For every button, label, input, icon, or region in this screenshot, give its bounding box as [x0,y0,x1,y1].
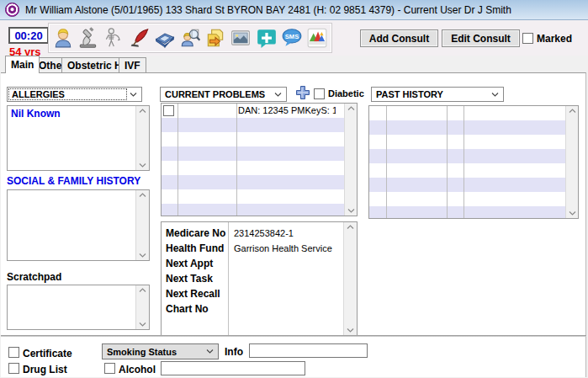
folder-transfer-icon[interactable] [204,25,227,51]
scratchpad-label: Scratchpad [7,271,61,283]
window-title: Mr William Alstone (5/01/1965) 133 Shard… [25,4,511,16]
marked-label: Marked [537,33,572,45]
titlebar: Mr William Alstone (5/01/1965) 133 Shard… [0,0,588,20]
allergy-item[interactable]: Nil Known [11,108,61,120]
scroll-up-icon[interactable] [347,225,354,229]
info-row: Chart No [162,301,343,317]
scratchpad-scrollbar[interactable] [135,285,149,329]
tab-main[interactable]: Main [5,56,40,73]
table-row [369,178,565,192]
person-icon[interactable] [51,25,75,51]
colored-logo-icon[interactable] [305,25,329,51]
past-history-table[interactable] [368,105,579,219]
chevron-down-icon [206,349,214,354]
column-divider [464,106,464,218]
table-row [162,132,344,146]
tab-ivf[interactable]: IVF [119,57,146,72]
social-history-scrollbar[interactable] [135,190,149,260]
alcohol-checkbox[interactable] [104,363,115,374]
microscope-icon[interactable] [77,25,100,51]
past-history-scrollbar[interactable] [565,106,578,218]
add-bubble-icon[interactable] [255,25,278,51]
drug-list-checkbox[interactable] [8,363,19,374]
alcohol-label: Alcohol [119,364,156,375]
person-search-icon[interactable] [178,25,202,51]
main-tab-page: ALLERGIES Nil Known SOCIAL & FAMILY HIST… [1,72,586,377]
column-divider [236,104,237,216]
info-row: Health Fund Garrison Health Service [162,241,343,256]
info-label: Info [225,346,243,358]
info-row: Next Recall [162,286,343,301]
scroll-up-icon[interactable] [347,106,355,110]
health-fund-value: Garrison Health Service [229,243,332,253]
marked-checkbox[interactable] [522,33,533,44]
current-problems-dropdown[interactable]: CURRENT PROBLEMS [160,87,287,102]
allergies-dropdown[interactable]: ALLERGIES [7,87,142,102]
problem-row-text[interactable]: DAN: 12345 PMKeyS: 12.. [238,105,336,115]
social-family-history-label: SOCIAL & FAMILY HISTORY [7,175,140,187]
column-divider [386,106,387,218]
scroll-up-icon[interactable] [139,193,146,197]
info-input[interactable] [249,343,368,358]
table-row [162,146,344,161]
next-task-label: Next Task [162,273,229,285]
diabetic-label: Diabetic [328,88,364,98]
scroll-up-icon[interactable] [139,288,146,292]
diabetic-checkbox[interactable] [314,88,325,99]
skeleton-icon[interactable] [102,25,125,51]
drug-list-label: Drug List [23,364,67,375]
fax-machine-icon[interactable] [153,25,177,51]
scroll-down-icon[interactable] [139,253,146,258]
table-row [369,120,565,135]
patient-info-panel: Medicare No 2314253842-1 Health Fund Gar… [161,221,358,336]
table-row [369,135,565,149]
problem-row-checkbox[interactable] [163,105,174,116]
svg-text:SMS: SMS [285,33,299,40]
table-row [162,118,344,132]
photo-icon[interactable] [229,25,252,51]
social-family-history-box[interactable] [7,189,150,261]
toolbar-icon-group: SMS [48,23,332,53]
add-problem-icon[interactable] [294,84,311,104]
toolbar: 00:20 54 yrs [0,20,588,56]
health-fund-label: Health Fund [162,242,229,254]
table-row [369,206,565,219]
scroll-up-icon[interactable] [569,109,576,113]
past-history-dropdown[interactable]: PAST HISTORY [371,87,504,102]
scroll-down-icon[interactable] [347,328,354,333]
chevron-down-icon [274,93,282,97]
scroll-down-icon[interactable] [139,163,146,168]
table-row [369,106,565,120]
current-problems-table[interactable]: DAN: 12345 PMKeyS: 12.. [161,103,358,216]
allergies-list[interactable]: Nil Known [7,105,150,171]
chevron-down-icon [491,93,499,97]
table-row [369,163,565,178]
info-scrollbar[interactable] [343,222,357,335]
certificate-label: Certificate [23,348,72,359]
chevron-down-icon [130,93,137,97]
scroll-down-icon[interactable] [569,211,576,216]
scroll-up-icon[interactable] [139,109,146,113]
info-row: Next Appt [162,256,343,271]
smoking-status-dropdown[interactable]: Smoking Status [102,343,219,359]
scroll-down-icon[interactable] [347,209,355,213]
certificate-checkbox[interactable] [8,347,19,358]
consult-timer: 00:20 [8,27,49,44]
tabstrip: Main Other Obstetric Hx IVF [0,56,588,72]
quill-pen-icon[interactable] [128,25,151,51]
alcohol-input[interactable] [161,361,305,375]
column-divider [177,104,178,216]
medicare-no-value: 2314253842-1 [229,228,294,238]
problems-scrollbar[interactable] [344,104,357,216]
footer-separator [1,335,586,337]
app-logo-icon [5,3,19,17]
edit-consult-button[interactable]: Edit Consult [442,29,520,47]
column-divider [447,106,448,218]
scratchpad-box[interactable] [7,285,150,330]
table-row [162,189,344,204]
allergies-scrollbar[interactable] [135,106,149,170]
scroll-down-icon[interactable] [139,322,146,327]
table-row [162,175,344,189]
add-consult-button[interactable]: Add Consult [360,29,438,47]
sms-icon[interactable]: SMS [280,25,304,51]
